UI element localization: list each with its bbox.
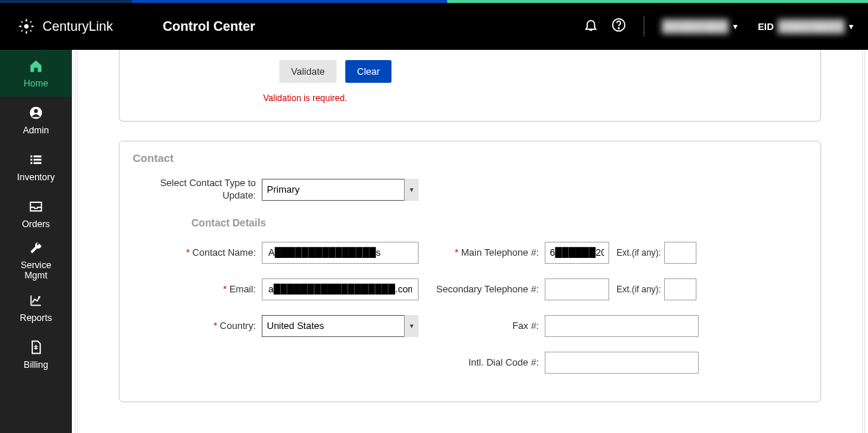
svg-rect-7 bbox=[31, 158, 33, 160]
validate-panel: Validate Clear Validation is required. bbox=[119, 50, 821, 122]
sec-tel-label: Secondary Telephone #: bbox=[422, 284, 545, 295]
sidebar-item-home[interactable]: Home bbox=[0, 50, 72, 97]
notifications-icon[interactable] bbox=[584, 18, 598, 35]
user-name: ████████ bbox=[662, 20, 729, 33]
main-tel-input[interactable] bbox=[545, 242, 609, 264]
contact-details-title: Contact Details bbox=[191, 217, 807, 229]
intl-label: Intl. Dial Code #: bbox=[422, 357, 545, 368]
svg-rect-10 bbox=[34, 162, 42, 164]
help-icon[interactable] bbox=[611, 18, 626, 35]
country-label: * Country: bbox=[133, 320, 262, 331]
sidebar-item-billing[interactable]: Billing bbox=[0, 331, 72, 378]
svg-point-4 bbox=[34, 108, 37, 112]
sidebar-item-inventory[interactable]: Inventory bbox=[0, 144, 72, 190]
email-input[interactable] bbox=[262, 278, 419, 300]
ext2-label: Ext.(if any): bbox=[617, 284, 661, 295]
top-accent-bar bbox=[0, 0, 868, 3]
top-bar: CenturyLink Control Center ████████ ▾ EI… bbox=[0, 3, 868, 50]
svg-point-2 bbox=[618, 28, 619, 29]
validation-message: Validation is required. bbox=[263, 93, 807, 103]
sidebar-item-orders[interactable]: Orders bbox=[0, 190, 72, 237]
app-title: Control Center bbox=[163, 19, 255, 34]
email-label: * Email: bbox=[133, 284, 262, 295]
clear-button[interactable]: Clear bbox=[345, 60, 391, 83]
contact-type-select[interactable]: Primary bbox=[262, 179, 419, 201]
chart-icon bbox=[29, 293, 43, 310]
ext1-input[interactable] bbox=[664, 242, 696, 264]
eid-value: ████████ bbox=[778, 20, 845, 33]
sidebar: Home Admin Inventory Orders ServiceMgmt … bbox=[0, 50, 72, 433]
ext1-label: Ext.(if any): bbox=[617, 248, 661, 258]
svg-rect-6 bbox=[34, 155, 42, 158]
wrench-icon bbox=[29, 241, 43, 258]
brand-name: CenturyLink bbox=[43, 19, 113, 34]
eid-label: EID bbox=[758, 21, 774, 32]
contact-title: Contact bbox=[133, 152, 807, 164]
fax-input[interactable] bbox=[545, 315, 699, 337]
home-icon bbox=[29, 59, 43, 75]
contact-name-input[interactable] bbox=[262, 242, 419, 264]
contact-panel: Contact Select Contact Type to Update: P… bbox=[119, 141, 821, 402]
intl-input[interactable] bbox=[545, 352, 699, 374]
doc-icon bbox=[29, 340, 43, 357]
tray-icon bbox=[29, 199, 43, 216]
user-menu[interactable]: ████████ ▾ bbox=[662, 20, 738, 33]
svg-rect-9 bbox=[31, 162, 33, 164]
select-contact-type-label: Select Contact Type to Update: bbox=[133, 177, 262, 202]
ext2-input[interactable] bbox=[664, 278, 696, 300]
eid-menu[interactable]: EID ████████ ▾ bbox=[751, 20, 853, 33]
logo-area[interactable]: CenturyLink bbox=[0, 18, 147, 35]
svg-point-0 bbox=[24, 24, 29, 29]
svg-rect-5 bbox=[31, 155, 33, 158]
sidebar-item-admin[interactable]: Admin bbox=[0, 97, 72, 144]
main-tel-label: * Main Telephone #: bbox=[422, 247, 545, 258]
divider bbox=[644, 16, 644, 37]
list-icon bbox=[29, 152, 43, 169]
validate-button[interactable]: Validate bbox=[279, 60, 336, 83]
chevron-down-icon: ▾ bbox=[849, 21, 853, 32]
country-select[interactable]: United States bbox=[262, 315, 419, 337]
svg-rect-8 bbox=[34, 158, 42, 160]
sec-tel-input[interactable] bbox=[545, 278, 609, 300]
sidebar-item-service-mgmt[interactable]: ServiceMgmt bbox=[0, 237, 72, 284]
contact-name-label: * Contact Name: bbox=[133, 247, 262, 258]
content-area: Validate Clear Validation is required. C… bbox=[72, 50, 868, 433]
centurylink-logo-icon bbox=[18, 18, 35, 35]
fax-label: Fax #: bbox=[422, 320, 545, 331]
chevron-down-icon: ▾ bbox=[733, 21, 738, 32]
sidebar-item-reports[interactable]: Reports bbox=[0, 284, 72, 331]
user-icon bbox=[29, 106, 43, 122]
